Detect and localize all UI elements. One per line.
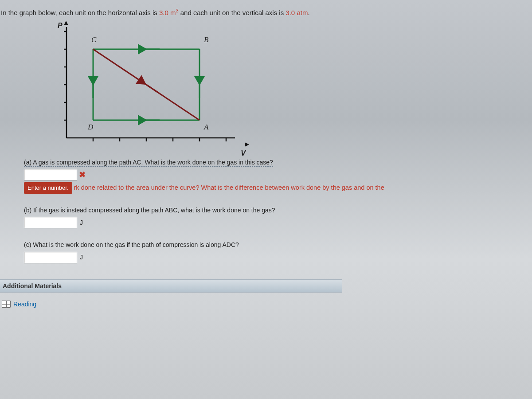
part-c-input[interactable] [24, 252, 77, 263]
corner-label-a: A [204, 123, 208, 132]
book-icon [2, 301, 11, 308]
part-b: (b) If the gas is instead compressed alo… [24, 205, 532, 228]
svg-line-23 [142, 82, 160, 94]
corner-label-c: C [91, 35, 96, 44]
intro-tail: . [308, 9, 309, 16]
incorrect-icon: ✖ [79, 171, 86, 179]
corner-label-b: B [204, 35, 208, 44]
part-c: (c) What is the work done on the gas if … [24, 240, 532, 263]
intro-lead: In the graph below, each unit on the hor… [1, 9, 159, 16]
intro-text: In the graph below, each unit on the hor… [0, 4, 532, 20]
part-a-prompt: (a) A gas is compressed along the path A… [24, 157, 532, 167]
graph-svg [58, 23, 244, 151]
part-c-unit: J [80, 252, 83, 262]
corner-label-d: D [88, 123, 93, 132]
y-axis-arrow-icon [64, 21, 68, 25]
reading-label: Reading [13, 301, 36, 308]
part-b-unit: J [80, 218, 83, 227]
part-a-input[interactable] [24, 169, 77, 180]
horizontal-unit: 3.0 m3 [159, 9, 179, 16]
part-a: (a) A gas is compressed along the path A… [24, 157, 532, 194]
additional-materials-header: Additional Materials [0, 279, 342, 293]
x-axis-label: V [241, 149, 246, 157]
vertical-unit: 3.0 atm [286, 9, 308, 16]
part-b-input-line: J [24, 217, 532, 228]
y-axis-label: P [58, 22, 63, 30]
question-page: In the graph below, each unit on the hor… [0, 0, 532, 308]
hint-text-fragment: rk done related to the area under the cu… [74, 184, 384, 191]
enter-number-tooltip: Enter a number. [24, 182, 72, 194]
part-b-prompt: (b) If the gas is instead compressed alo… [24, 205, 532, 215]
pv-graph: P [58, 23, 253, 151]
part-a-hint: Enter a number. rk done related to the a… [24, 182, 532, 194]
reading-link[interactable]: Reading [2, 301, 532, 308]
x-axis-arrow-icon [245, 142, 249, 147]
part-a-input-line: ✖ [24, 169, 532, 180]
part-c-input-line: J [24, 252, 532, 263]
part-c-prompt: (c) What is the work done on the gas if … [24, 240, 532, 250]
part-b-input[interactable] [24, 217, 77, 228]
intro-mid: and each unit on the vertical axis is [179, 9, 286, 16]
